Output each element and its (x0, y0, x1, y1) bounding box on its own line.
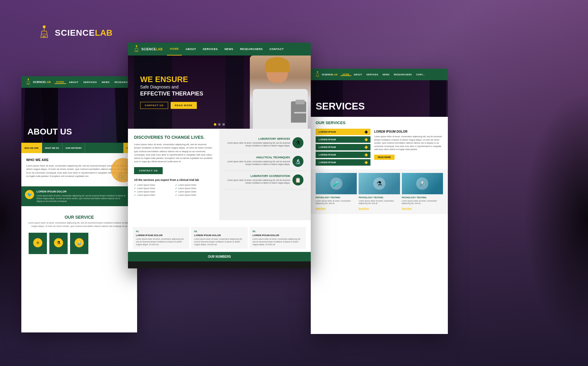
dot-1[interactable] (214, 123, 216, 126)
main-nav-news[interactable]: NEWS (221, 43, 236, 56)
right-nav-services[interactable]: SERVICES (364, 74, 380, 76)
right-nav-home[interactable]: HOME (341, 73, 351, 76)
svg-point-6 (136, 45, 137, 47)
about-content: WHO WE ARE Lorem ipsum dolor sit amet, c… (21, 153, 137, 186)
right-nav-researchers[interactable]: RESEARCHERS (392, 74, 414, 76)
service-img-3-read-more[interactable]: Read More (402, 207, 412, 210)
menu-item-3-diamond (364, 153, 368, 156)
our-numbers-section: OUR NUMBERS (128, 252, 311, 261)
about-tabs: WHO WE ARE WHAT WE DO OUR HISTRORY CONT.… (21, 143, 137, 153)
service-item-5: Lorem Ipsum Dolor (134, 191, 172, 193)
main-discoveries: DISCOVERIES TO CHANGE LIVES. Lorem ipsum… (128, 129, 219, 220)
hero-content: WE ENSURE Safe Diagnoses and EFFECTIVE T… (140, 75, 203, 109)
num-card-2-text: Lorem ipsum dolor sit amet, consectetur … (194, 238, 244, 246)
icon-circle-1: ⚛ (33, 238, 42, 247)
services-detail-text: Lorem ipsum dolor sit amet, consectetur … (374, 135, 443, 151)
main-nav-logo: SCIENCELAB (133, 45, 163, 53)
info-card: 🐦 LOREM IPSUM DOLOR Lorem ipsum dolor si… (21, 186, 137, 206)
svg-point-9 (317, 71, 318, 73)
services-menu-item-4[interactable]: LOREM IPSUM (316, 159, 370, 166)
service-entry-1: LABORATORY SERVICES Lorem ipsum dolor si… (223, 134, 307, 152)
svg-point-8 (136, 50, 137, 51)
services-grid: Lorem Ipsum Dolor Lorem Ipsum Dolor Lore… (134, 184, 213, 196)
logo-text1: SCIENCE (55, 28, 95, 38)
main-nav-contact[interactable]: CONTACT (266, 43, 287, 56)
service-icon-1: ⚛ (29, 233, 47, 254)
left-nav-about[interactable]: ABOUT (67, 81, 80, 84)
service-img-1: 🧪 (316, 173, 357, 194)
service-img-1-read-more[interactable]: Read More (316, 207, 326, 210)
menu-item-3-label: LOREM IPSUM (319, 153, 336, 156)
icon-circle-3: 🔬 (75, 238, 84, 247)
main-nav-logo-text: SCIENCELAB (141, 48, 163, 51)
about-hero-title: ABOUT US (27, 127, 72, 137)
left-navbar: SCIENCELAB HOME ABOUT SERVICES NEWS RESE… (21, 76, 137, 88)
our-numbers-title: OUR NUMBERS (133, 255, 306, 258)
right-nav-logo: SCIENCELAB (314, 71, 338, 78)
services-content: OUR SERVICES LOREM IPSUM LOREM IPSUM LOR… (311, 117, 448, 214)
num-card-1-header: 01. (136, 230, 186, 233)
top-logo-text: SCIENCELAB (55, 28, 112, 38)
dot-2[interactable] (218, 123, 221, 126)
num-card-3: 03. LOREM IPSUM DOLOR Lorem ipsum dolor … (250, 227, 306, 249)
hero-title2: EFFECTIVE THERAPIES (140, 91, 203, 97)
num-card-1-title: LOREM IPSUM DOLOR (136, 234, 186, 237)
numbered-cards: 01. LOREM IPSUM DOLOR Lorem ipsum dolor … (133, 227, 306, 249)
right-nav-about[interactable]: ABOUT (352, 74, 364, 76)
info-card-text: Lorem ipsum dolor sit amet, consectetur … (37, 194, 126, 203)
service-img-2-text: Lorem ipsum dolor sit amet, consectetur … (359, 200, 400, 205)
right-nav-logo-icon (314, 71, 321, 78)
right-nav-contact[interactable]: CONT... (414, 74, 427, 76)
services-menu-item-3[interactable]: LOREM IPSUM (316, 152, 370, 158)
service-item-1: Lorem Ipsum Dolor (134, 184, 172, 186)
menu-item-0-label: LOREM IPSUM (319, 131, 336, 133)
services-detail: LOREM IPSUM DOLOR Lorem ipsum dolor sit … (374, 129, 443, 166)
menu-item-4-diamond (364, 161, 368, 164)
hero-section: WE ENSURE Safe Diagnoses and EFFECTIVE T… (128, 56, 311, 129)
numbered-cards-section: 01. LOREM IPSUM DOLOR Lorem ipsum dolor … (128, 220, 311, 252)
service-item-2: Lorem Ipsum Dolor (175, 184, 213, 186)
tab-who-we-are[interactable]: WHO WE ARE (21, 143, 42, 153)
main-nav-logo-icon (133, 45, 140, 53)
info-card-body: LOREM IPSUM DOLOR Lorem ipsum dolor sit … (37, 190, 126, 203)
svg-point-3 (28, 79, 29, 80)
service-img-2: ⚗ (359, 173, 400, 194)
top-logo-icon (37, 24, 52, 41)
info-card-title: LOREM IPSUM DOLOR (37, 190, 126, 193)
left-nav-logo: SCIENCELAB (25, 78, 51, 86)
service-img-2-read-more[interactable]: Read More (359, 207, 369, 210)
right-nav-news[interactable]: NEWS (381, 74, 391, 76)
main-nav-researchers[interactable]: RESEARCHERS (237, 43, 266, 56)
icon-circle-2: ⚗ (54, 238, 63, 247)
left-nav-services[interactable]: SERVICES (81, 81, 98, 84)
service-item-4: Lorem Ipsum Dolor (175, 187, 213, 190)
dot-3[interactable] (222, 123, 225, 126)
hero-subtitle: Safe Diagnoses and (140, 84, 203, 89)
service-item-3: Lorem Ipsum Dolor (134, 187, 172, 190)
menu-item-1-diamond (364, 138, 368, 141)
info-card-icon: 🐦 (25, 190, 34, 199)
service-entry-2-title: ANALYTICAL TECHNIQUES (227, 156, 290, 159)
left-nav-news[interactable]: NEWS (100, 81, 112, 84)
read-more-button[interactable]: READ MORE (171, 102, 197, 109)
contact-us-button[interactable]: CONTACT US (140, 102, 168, 109)
service-icon-2: ⚗ (49, 233, 68, 254)
tab-our-history[interactable]: OUR HISTRORY (62, 143, 85, 153)
services-menu-item-1[interactable]: LOREM IPSUM (316, 136, 370, 143)
hero-buttons: CONTACT US READ MORE (140, 102, 203, 109)
num-card-2-header: 02. (194, 230, 244, 233)
discoveries-contact-btn[interactable]: CONTACT US (134, 167, 163, 174)
services-detail-read-more[interactable]: READ MORE (374, 155, 395, 160)
main-nav-about[interactable]: ABOUT (182, 43, 199, 56)
main-nav-services[interactable]: SERVICES (200, 43, 221, 56)
service-entry-2: ANALYTICAL TECHNIQUES Lorem ipsum dolor … (223, 152, 307, 171)
left-nav-home[interactable]: HOME (55, 81, 66, 84)
tab-what-we-do[interactable]: WHAT WE DO (42, 143, 62, 153)
services-menu-item-0[interactable]: LOREM IPSUM (316, 129, 370, 135)
main-nav-home[interactable]: HOME (167, 43, 182, 56)
services-menu-item-2[interactable]: LOREM IPSUM (316, 144, 370, 150)
service-img-1-text: Lorem ipsum dolor sit amet, consectetur … (316, 200, 357, 205)
svg-point-11 (317, 76, 318, 77)
our-service-title: OUR SERVICE (26, 215, 132, 220)
menu-item-0-diamond (364, 130, 368, 134)
